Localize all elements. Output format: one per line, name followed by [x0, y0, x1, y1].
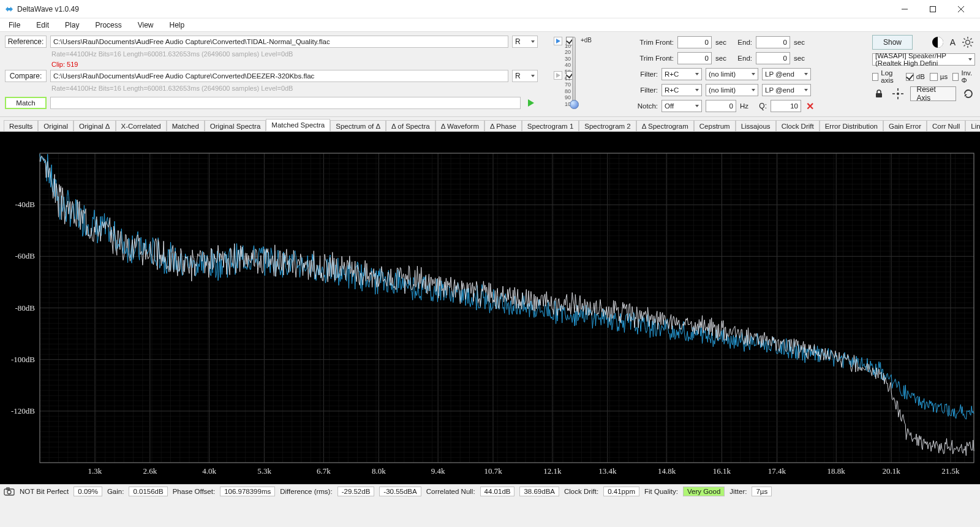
target-icon[interactable] — [891, 86, 905, 101]
filter-1-limit-select[interactable]: (no limit) — [706, 68, 758, 80]
menu-process[interactable]: Process — [92, 20, 124, 31]
trim-end-1-label: End: — [734, 39, 752, 46]
tab-gain-error[interactable]: Gain Error — [883, 120, 927, 132]
clock-label: Clock Drift: — [564, 488, 598, 495]
tab-results[interactable]: Results — [4, 120, 38, 132]
notch-select[interactable]: Off — [662, 100, 702, 112]
tab-original[interactable]: Original — [38, 120, 74, 132]
trim-end-2-input[interactable]: 0 — [756, 52, 790, 64]
db-slider-track[interactable] — [572, 37, 576, 107]
svg-text:2.6k: 2.6k — [143, 466, 157, 476]
compare-play-button[interactable] — [554, 71, 562, 80]
tab-matched[interactable]: Matched — [167, 120, 205, 132]
diff-label: Difference (rms): — [280, 488, 332, 495]
trim-front-1-input[interactable]: 0 — [677, 36, 712, 48]
tab-spectrogram-1[interactable]: Spectrogram 1 — [522, 120, 579, 132]
tab-spectrogram-2[interactable]: Spectrogram 2 — [579, 120, 636, 132]
tab-corr-null[interactable]: Corr Null — [927, 120, 965, 132]
match-play-button[interactable] — [524, 97, 538, 109]
filter-2-label: Filter: — [637, 86, 658, 94]
gear-icon[interactable] — [960, 35, 975, 50]
camera-icon[interactable] — [4, 486, 15, 497]
menu-help[interactable]: Help — [167, 20, 187, 31]
inv-phase-checkbox[interactable] — [952, 73, 959, 81]
tab-clock-drift[interactable]: Clock Drift — [776, 120, 820, 132]
app-icon — [5, 5, 13, 13]
db-checkbox[interactable] — [906, 73, 914, 81]
cnull-value-1: 44.01dB — [480, 487, 515, 496]
trim-end-2-label: End: — [734, 55, 752, 62]
db-slider-handle[interactable] — [570, 100, 579, 109]
reset-axis-button[interactable]: Reset Axis — [910, 86, 957, 101]
menu-edit[interactable]: Edit — [34, 20, 51, 31]
compare-label: Compare: — [5, 70, 47, 82]
us-checkbox[interactable] — [930, 73, 938, 81]
svg-line-13 — [964, 45, 965, 46]
reference-play-button[interactable] — [554, 37, 562, 45]
refresh-icon[interactable] — [961, 86, 975, 101]
tab-lissajous[interactable]: Lissajous — [736, 120, 776, 132]
compare-info: Rate=44100Hz Bits=16 Length=60081.632653… — [5, 83, 538, 93]
svg-text:18.8k: 18.8k — [827, 466, 846, 476]
svg-text:10.7k: 10.7k — [484, 466, 502, 476]
svg-point-5 — [966, 40, 970, 45]
contrast-icon[interactable] — [930, 35, 945, 50]
tab-original-[interactable]: Original Δ — [74, 120, 116, 132]
menu-play[interactable]: Play — [62, 20, 81, 31]
log-axis-checkbox[interactable] — [872, 73, 878, 81]
match-status-field[interactable] — [50, 97, 521, 109]
svg-text:14.8k: 14.8k — [658, 466, 676, 476]
compare-channel-select[interactable]: R — [512, 70, 538, 82]
svg-line-11 — [970, 45, 971, 46]
svg-text:17.4k: 17.4k — [768, 466, 786, 476]
notch-q-input[interactable]: 10 — [771, 100, 801, 112]
tab--waveform[interactable]: Δ Waveform — [435, 120, 484, 132]
filter-1-select[interactable]: R+C — [662, 68, 702, 80]
menu-file[interactable]: File — [6, 20, 23, 31]
cnull-value-2: 38.69dBA — [519, 487, 559, 496]
svg-text:20.1k: 20.1k — [883, 466, 901, 476]
window-close-button[interactable] — [947, 0, 975, 18]
tab--phase[interactable]: Δ Phase — [484, 120, 522, 132]
tab-linearity[interactable]: Linearity — [965, 120, 980, 132]
tab-error-distribution[interactable]: Error Distribution — [820, 120, 883, 132]
notch-freq-input[interactable]: 0 — [706, 100, 736, 112]
window-maximize-button[interactable] — [919, 0, 947, 18]
db-slider[interactable]: 010203040506070809010 +dB — [541, 36, 615, 113]
tab-matched-spectra[interactable]: Matched Spectra — [266, 119, 330, 131]
reference-channel-select[interactable]: R — [512, 36, 538, 48]
show-button[interactable]: Show — [872, 35, 913, 50]
filter-1-label: Filter: — [637, 70, 658, 78]
tab--of-spectra[interactable]: Δ of Spectra — [386, 120, 435, 132]
filter-1-lp-select[interactable]: LP @end — [762, 68, 811, 80]
window-minimize-button[interactable] — [891, 0, 919, 18]
tab-x-correlated[interactable]: X-Correlated — [116, 120, 167, 132]
tab-cepstrum[interactable]: Cepstrum — [694, 120, 736, 132]
filter-2-select[interactable]: R+C — [662, 84, 702, 96]
tab-original-spectra[interactable]: Original Spectra — [205, 120, 266, 132]
reference-path-input[interactable]: C:\Users\Raul\Documents\AudFree Audio Ca… — [50, 36, 508, 48]
svg-text:9.4k: 9.4k — [431, 466, 445, 476]
notch-clear-button[interactable]: ✕ — [805, 101, 815, 111]
trim-end-1-input[interactable]: 0 — [756, 36, 790, 48]
trim-front-2-input[interactable]: 0 — [677, 52, 712, 64]
svg-line-10 — [964, 39, 965, 40]
svg-rect-1 — [930, 6, 936, 12]
match-button[interactable]: Match — [5, 97, 47, 109]
output-device-select[interactable]: [WASAPI] Speaker/HP (Realtek High Defini — [872, 53, 975, 66]
filter-2-lp-select[interactable]: LP @end — [762, 84, 811, 96]
algorithm-label: A — [950, 37, 956, 47]
notch-label: Notch: — [637, 102, 658, 110]
spectrum-plot[interactable]: 1.3k2.6k4.0k5.3k6.7k8.0k9.4k10.7k12.1k13… — [0, 132, 980, 484]
filter-2-limit-select[interactable]: (no limit) — [706, 84, 758, 96]
fit-value: Very Good — [683, 487, 725, 496]
menu-view[interactable]: View — [135, 20, 156, 31]
chart-area[interactable]: Aligned Spectrum 1.3k2.6k4.0k5.3k6.7k8.0… — [0, 132, 980, 484]
jitter-label: Jitter: — [729, 488, 747, 495]
reference-clip-warning: Clip: 519 — [5, 60, 538, 69]
tab--spectrogram[interactable]: Δ Spectrogram — [636, 120, 694, 132]
compare-path-input[interactable]: C:\Users\Raul\Documents\AudFree Audio Ca… — [50, 70, 508, 82]
svg-text:-80dB: -80dB — [15, 303, 36, 313]
lock-icon[interactable] — [872, 86, 886, 101]
tab-spectrum-of-[interactable]: Spectrum of Δ — [330, 120, 386, 132]
